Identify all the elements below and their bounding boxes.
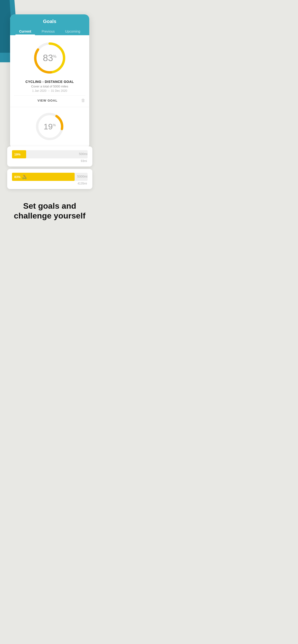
card-title: Goals [14, 19, 85, 24]
tab-current[interactable]: Current [15, 28, 35, 35]
tagline-line1: Set goals and [23, 201, 76, 210]
tagline-line2: challenge yourself [14, 211, 86, 220]
progress-bar-max-19: 500mi [79, 152, 87, 156]
percent-83-text: 83% [43, 53, 57, 63]
progress-bar-wrap-19: 19% 500mi [12, 150, 88, 158]
progress-bar-fill-19: 19% [12, 150, 26, 158]
cycling-icon: 🚴 [22, 175, 27, 179]
card-header: Goals Current Previous Upcoming [10, 14, 89, 35]
goal-desc-1: Cover a total of 5000 miles [14, 84, 85, 88]
goal-footer-1: VIEW GOAL 🗑 [14, 95, 85, 103]
progress-bar-label-19: 19% [14, 152, 21, 156]
progress-bar-wrap-83: 83% 🚴 5000mi [12, 173, 88, 181]
tab-previous[interactable]: Previous [38, 28, 59, 35]
progress-circle-19: 19% [34, 111, 65, 142]
progress-card-19: 19% 500mi 93mi [7, 146, 92, 166]
goal-dates-1: 1 Jan 2020 → 31 Dec 2020 [14, 89, 85, 92]
goal-section-1: 83% CYCLING - DISTANCE GOAL Cover a tota… [10, 35, 89, 107]
progress-bar-label-83: 83% [14, 175, 21, 179]
progress-card-83: 83% 🚴 5000mi 4135mi [7, 169, 92, 189]
progress-bar-current-19: 93mi [12, 159, 87, 163]
progress-bar-current-83: 4135mi [12, 182, 87, 185]
goal-name-1: CYCLING - DISTANCE GOAL [14, 80, 85, 84]
tab-upcoming[interactable]: Upcoming [61, 28, 84, 35]
delete-icon[interactable]: 🗑 [81, 98, 85, 103]
bottom-tagline: Set goals and challenge yourself [0, 192, 99, 230]
goal-section-2: 19% [10, 107, 89, 149]
phone-card: Goals Current Previous Upcoming 83% CYCL… [10, 14, 89, 149]
progress-bar-max-83: 5000mi [77, 175, 88, 178]
progress-cards: 19% 500mi 93mi 83% 🚴 5000mi 4135mi [7, 146, 92, 189]
tabs: Current Previous Upcoming [14, 28, 85, 35]
progress-bar-fill-83: 83% 🚴 [12, 173, 75, 181]
view-goal-button[interactable]: VIEW GOAL [14, 99, 81, 102]
progress-circle-83: 83% [32, 40, 68, 76]
percent-19-text: 19% [44, 122, 56, 131]
